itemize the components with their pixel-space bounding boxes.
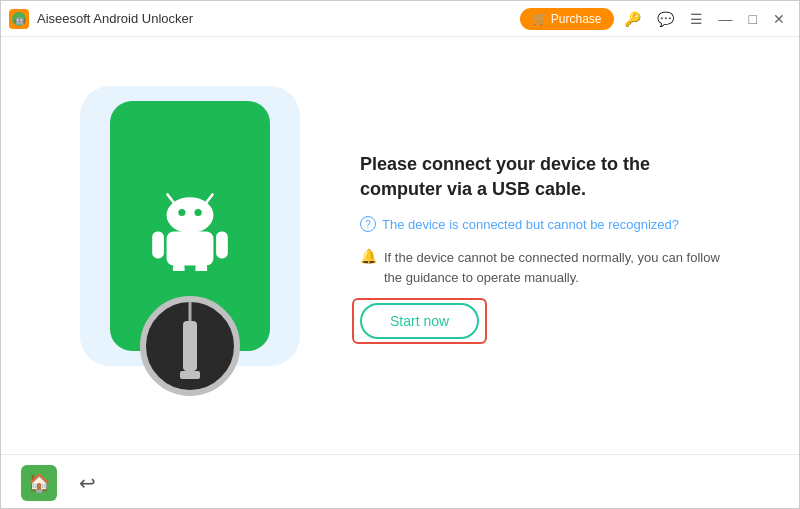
maximize-button[interactable]: □	[743, 7, 763, 31]
back-button[interactable]: ↩	[69, 465, 105, 501]
key-icon: 🔑	[624, 11, 641, 27]
svg-point-7	[195, 208, 202, 215]
app-icon: 🤖	[9, 9, 29, 29]
android-robot-icon	[145, 181, 235, 271]
purchase-label: Purchase	[551, 12, 602, 26]
info-text: If the device cannot be connected normal…	[384, 248, 720, 287]
connect-title: Please connect your device to thecompute…	[360, 152, 720, 202]
key-icon-button[interactable]: 🔑	[618, 7, 647, 31]
info-row: 🔔 If the device cannot be connected norm…	[360, 248, 720, 287]
cable-connector-icon	[183, 321, 197, 371]
help-link[interactable]: The device is connected but cannot be re…	[382, 217, 679, 232]
close-icon: ✕	[773, 11, 785, 27]
menu-icon: ☰	[690, 11, 703, 27]
svg-rect-8	[167, 231, 214, 265]
svg-point-5	[167, 197, 214, 233]
title-bar: 🤖 Aiseesoft Android Unlocker 🛒 Purchase …	[1, 1, 799, 37]
home-icon: 🏠	[28, 472, 50, 494]
close-button[interactable]: ✕	[767, 7, 791, 31]
bottom-bar: 🏠 ↩	[1, 454, 799, 509]
main-content: Please connect your device to thecompute…	[1, 37, 799, 454]
minimize-icon: —	[719, 11, 733, 27]
refresh-icon: 🔔	[360, 248, 376, 264]
title-bar-left: 🤖 Aiseesoft Android Unlocker	[9, 9, 193, 29]
cable-circle	[140, 296, 240, 396]
chat-icon: 💬	[657, 11, 674, 27]
home-button[interactable]: 🏠	[21, 465, 57, 501]
phone-illustration	[80, 86, 300, 406]
title-bar-controls: 🛒 Purchase 🔑 💬 ☰ — □ ✕	[520, 7, 791, 31]
question-icon: ?	[360, 216, 376, 232]
svg-point-6	[178, 208, 185, 215]
svg-rect-9	[152, 231, 164, 258]
app-title: Aiseesoft Android Unlocker	[37, 11, 193, 26]
menu-icon-button[interactable]: ☰	[684, 7, 709, 31]
maximize-icon: □	[749, 11, 757, 27]
svg-rect-10	[216, 231, 228, 258]
help-link-row: ? The device is connected but cannot be …	[360, 216, 720, 232]
chat-icon-button[interactable]: 💬	[651, 7, 680, 31]
svg-text:🤖: 🤖	[14, 14, 26, 26]
minimize-button[interactable]: —	[713, 7, 739, 31]
right-panel: Please connect your device to thecompute…	[360, 152, 720, 339]
purchase-button[interactable]: 🛒 Purchase	[520, 8, 614, 30]
back-icon: ↩	[79, 471, 96, 495]
start-now-button[interactable]: Start now	[360, 303, 479, 339]
start-now-wrapper: Start now	[360, 303, 479, 339]
cart-icon: 🛒	[532, 12, 547, 26]
